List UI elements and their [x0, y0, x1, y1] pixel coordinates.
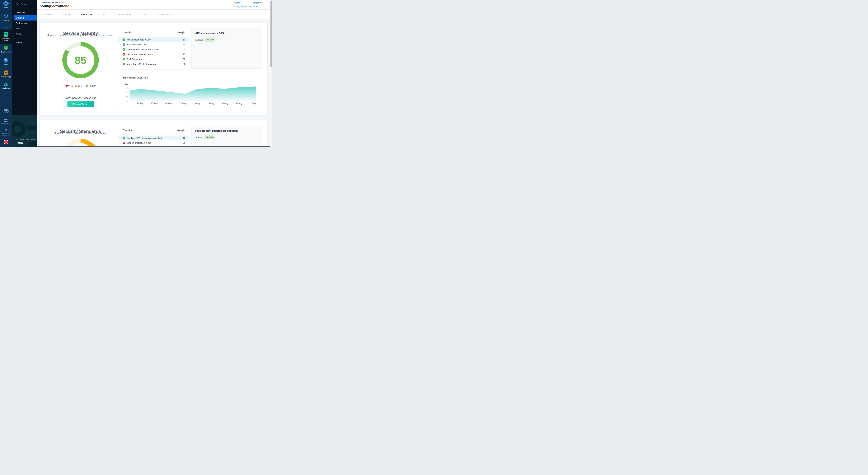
x-tick-label: 31 Aug	[233, 102, 244, 105]
module-sidebar: Home Projects Developer Portal ∞ Deploym…	[0, 0, 12, 147]
sidebar-item-docs[interactable]: Docs	[12, 26, 37, 31]
circuit-decoration	[12, 121, 25, 137]
x-tick-label: 24 Aug	[135, 102, 146, 105]
tab-docs[interactable]: Docs	[140, 10, 151, 19]
search-input[interactable]: Search	[12, 2, 37, 6]
portal-sidebar-footer: INTERNAL DEVELOPER Portal	[12, 115, 37, 147]
scorecard-subtitle: Measures best practices of security oper…	[40, 131, 121, 135]
y-tick-label: 50	[122, 91, 128, 94]
deployments-icon: ∞	[4, 46, 8, 50]
x-tick-label: 26 Aug	[163, 102, 174, 105]
checks-table-header: Checks Weight	[118, 31, 189, 35]
check-row[interactable]: ✕ Less than 1% error in prod15	[118, 52, 189, 57]
x-tick-label: 30 Aug	[219, 102, 230, 105]
chart-title: Improvement Over Time	[123, 77, 148, 79]
sidebar-item-cloud-costs[interactable]: $ Cloud Costs	[0, 83, 12, 92]
dashboards-icon	[4, 119, 7, 122]
sidebar-item-deployments[interactable]: ∞ Deployments	[0, 46, 12, 56]
harness-logo-icon	[3, 1, 9, 7]
grid-icon	[3, 96, 9, 100]
check-row[interactable]: ✓ Pipeline OPA policies are satisfied10	[118, 136, 189, 140]
circuit-decoration	[28, 142, 37, 147]
sidebar-item-overview[interactable]: Overview	[12, 10, 37, 15]
sidebar-item-account-settings[interactable]: ⚙ ACCOUNT SETTINGS	[0, 129, 12, 138]
sidebar-item-catalog[interactable]: Catalog	[14, 15, 37, 21]
check-row[interactable]: ✓ TechDocs exists30	[118, 57, 189, 61]
x-tick-label: 29 Aug	[205, 102, 216, 105]
sidebar-item-self-service[interactable]: Self service	[12, 21, 37, 26]
tab-scorecard[interactable]: Scorecard	[78, 10, 95, 19]
breadcrumb: COMPONENT — SERVICE	[39, 2, 63, 3]
check-passed-icon: ✓	[123, 58, 125, 60]
sidebar-item-help[interactable]: ? HELP	[0, 109, 12, 116]
owner-meta[interactable]: Owner field_engineering	[235, 1, 252, 7]
sidebar-item-admin[interactable]: Admin	[12, 40, 37, 46]
sidebar-divider	[4, 27, 8, 27]
avatar-initials: HM	[4, 140, 8, 144]
gear-icon: ⚙	[4, 129, 7, 132]
check-failed-icon: ✕	[123, 142, 125, 144]
y-tick-label: 75	[122, 87, 128, 89]
tab-overview[interactable]: Overview	[40, 10, 56, 19]
y-tick-label: 100	[122, 83, 128, 85]
x-tick-label: 28 Aug	[191, 102, 202, 105]
vertical-scrollbar[interactable]	[270, 0, 272, 147]
check-passed-icon: ✓	[123, 38, 125, 41]
score-legend: 0-49 50-74 75-100	[40, 84, 121, 87]
check-passed-icon: ✓	[123, 137, 125, 139]
improvement-chart-card: Improvement Over Time 1007550250 24 Aug2…	[118, 73, 262, 111]
user-avatar[interactable]: HM	[0, 140, 12, 145]
y-tick-label: 25	[122, 95, 128, 98]
scorecard-subtitle: Measures development best practices agai…	[40, 33, 121, 36]
sidebar-item-builds[interactable]: Builds	[0, 58, 12, 68]
check-status-row: Status: PASSED	[195, 38, 215, 41]
last-updated-text: Last Updated: 2 weeks ago	[40, 96, 121, 99]
status-badge: PASSED	[205, 38, 215, 41]
green-dot-icon	[86, 85, 88, 87]
check-failed-icon: ✕	[123, 53, 125, 56]
rerun-checks-button[interactable]: Rerun Checks	[67, 101, 94, 107]
sidebar-item-projects[interactable]: Projects	[0, 14, 12, 24]
status-badge: PASSED	[205, 136, 215, 139]
check-row[interactable]: ✓ API success rate > 99%10	[118, 37, 189, 42]
horizontal-scrollbar[interactable]	[37, 146, 270, 147]
sidebar-divider	[14, 38, 35, 39]
tab-kubernetes[interactable]: Kubernetes	[156, 10, 173, 19]
portal-sidebar: Search Overview Catalog Self service Doc…	[12, 0, 37, 147]
lifecycle-meta[interactable]: Lifecycle prod	[253, 1, 262, 7]
legend-item-green: 75-100	[86, 84, 96, 87]
check-detail-title: Pipeline OPA policies are satisfied	[195, 129, 238, 132]
module-picker-button[interactable]	[0, 96, 12, 101]
check-detail-panel: API success rate > 99% Status: PASSED	[191, 28, 262, 69]
tab-api[interactable]: API	[100, 10, 109, 19]
more-options-icon[interactable]: ⋮	[265, 2, 268, 6]
sidebar-item-apis[interactable]: APIs	[12, 31, 37, 37]
sidebar-item-developer-portal[interactable]: Developer Portal	[0, 30, 12, 44]
developer-portal-icon	[4, 32, 8, 37]
feature-flags-icon: ⚑	[3, 70, 8, 75]
cube-icon	[4, 14, 8, 19]
scorecard-security-standards: Security Standards Measures best practic…	[39, 120, 268, 147]
favorite-star-icon[interactable]: ★	[65, 4, 68, 8]
check-passed-icon: ✓	[123, 63, 125, 65]
tab-dependencies[interactable]: Dependencies	[114, 10, 134, 19]
sidebar-item-home[interactable]: Home	[0, 1, 12, 11]
sidebar-item-feature-flags[interactable]: ⚑ Feature Flags	[0, 70, 12, 81]
scrollbar-thumb[interactable]	[271, 1, 272, 67]
chevron-down-icon	[5, 93, 7, 94]
check-row[interactable]: ✓ More than 70% test coverage20	[118, 61, 189, 66]
sidebar-item-dashboards[interactable]: DASHBOARDS	[0, 119, 12, 126]
legend-item-red: 0-49	[65, 84, 73, 87]
check-status-row: Status: PASSED	[195, 136, 215, 139]
check-row[interactable]: ✓ Mean time to merge PR < 48 hr5	[118, 47, 189, 52]
app-window: Home Projects Developer Portal ∞ Deploym…	[0, 0, 272, 147]
sidebar-collapse[interactable]	[0, 93, 12, 95]
tab-cicd[interactable]: CI/CD	[61, 10, 72, 19]
maturity-score-gauge: 85	[62, 42, 99, 78]
check-detail-panel: Pipeline OPA policies are satisfied Stat…	[191, 126, 262, 147]
check-row[interactable]: ✓ Java version is LTS20	[118, 42, 189, 47]
checks-table-header: Checks Weight	[118, 128, 189, 133]
y-tick-label: 0	[122, 99, 128, 102]
builds-icon	[4, 58, 8, 63]
check-row[interactable]: ✕ Branch protection is set30	[118, 140, 189, 145]
